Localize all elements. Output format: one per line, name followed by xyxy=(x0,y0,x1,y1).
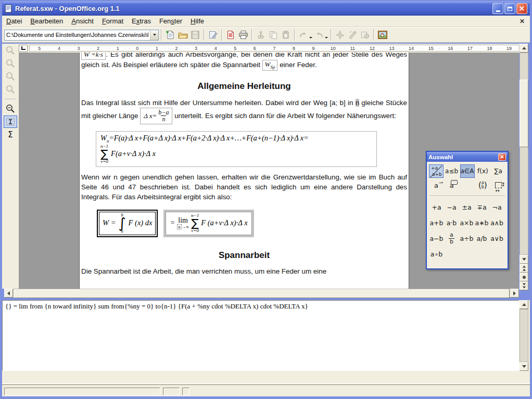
status-field-3 xyxy=(182,388,189,395)
navigator-button[interactable] xyxy=(334,29,346,41)
symbol-1-0[interactable]: a+b xyxy=(429,215,444,230)
menu-item-bearbeiten[interactable]: Bearbeiten xyxy=(26,16,67,27)
symbol-0-3[interactable]: ∓a xyxy=(474,199,489,215)
auswahl-close-button[interactable]: ✕ xyxy=(498,153,506,161)
navigation-dot-button[interactable] xyxy=(520,273,528,281)
zoom-in-button[interactable] xyxy=(4,44,17,57)
category-attributes[interactable]: ⇀a xyxy=(429,178,444,192)
symbol-0-0[interactable]: +a xyxy=(429,199,444,215)
toolbar-separator xyxy=(294,29,295,41)
export-pdf-button[interactable] xyxy=(224,29,237,41)
symbol-2-4[interactable]: a∨b xyxy=(489,230,504,246)
category-formats[interactable]: ↕↔ xyxy=(491,178,505,192)
panel-divider[interactable] xyxy=(2,381,530,387)
symbol-1-3[interactable]: a∗b xyxy=(474,215,489,230)
formula-object-delta-x[interactable]: Δ x=b−an xyxy=(140,108,172,124)
title-bar[interactable]: Referat.sxw - OpenOffice.org 1.1 ✕ xyxy=(2,2,530,16)
undo-dropdown-icon[interactable] xyxy=(309,37,312,38)
scroll-left-button[interactable] xyxy=(4,289,13,298)
menu-item-fenster[interactable]: Fenster xyxy=(155,16,186,27)
zoom-out-button[interactable] xyxy=(4,57,17,70)
category-unary-binary-operators[interactable]: +aa+b xyxy=(429,164,444,178)
paste-button[interactable] xyxy=(280,29,292,41)
menu-item-format[interactable]: Format xyxy=(98,16,128,27)
category-set-operations[interactable]: a∈A xyxy=(460,164,475,178)
formula-object-integral[interactable]: W = b∫a F (x) dx xyxy=(97,210,158,237)
category-others[interactable]: a··· xyxy=(445,178,459,192)
category-brackets[interactable]: (ab) xyxy=(475,178,490,192)
formula-object-ks[interactable]: W =k·s xyxy=(81,53,106,60)
edit-file-button[interactable] xyxy=(207,29,219,41)
url-input[interactable] xyxy=(5,30,150,40)
formula-cursor-button[interactable] xyxy=(4,115,17,128)
open-button[interactable] xyxy=(176,29,189,41)
horizontal-scrollbar-track[interactable] xyxy=(13,289,510,298)
menu-item-extras[interactable]: Extras xyxy=(128,16,155,27)
new-document-button[interactable] xyxy=(164,29,176,41)
symbols-button[interactable]: Σ xyxy=(4,128,17,141)
toolbar-separator xyxy=(251,29,252,41)
symbol-fraction-a-over-b[interactable]: ab xyxy=(444,230,459,246)
previous-page-button[interactable] xyxy=(520,264,528,273)
symbol-3-0[interactable]: a∘b xyxy=(429,246,444,262)
symbol-0-2[interactable]: ±a xyxy=(459,199,474,215)
auswahl-title-bar[interactable]: Auswahl ✕ xyxy=(427,152,508,162)
symbol-2-3[interactable]: a/b xyxy=(474,230,489,246)
symbol-1-2[interactable]: a×b xyxy=(459,215,474,230)
category-relations[interactable]: a≤b xyxy=(445,164,459,178)
command-window[interactable]: {} = lim from {n toward infinity} sum fr… xyxy=(2,300,519,371)
command-scroll-up-button[interactable] xyxy=(520,300,528,309)
symbol-0-1[interactable]: −a xyxy=(444,199,459,215)
vertical-scrollbar-thumb[interactable] xyxy=(520,80,528,147)
maximize-button[interactable] xyxy=(504,3,515,14)
ruler-mark: ·15· xyxy=(421,45,441,51)
url-dropdown-button[interactable] xyxy=(150,30,158,40)
symbol-1-4[interactable]: a∧b xyxy=(489,215,504,230)
scroll-right-button[interactable] xyxy=(510,289,519,298)
zoom-button[interactable] xyxy=(4,102,17,115)
symbol-2-2[interactable]: a÷b xyxy=(459,230,474,246)
zoom-all-button[interactable] xyxy=(4,83,17,96)
undo-button[interactable] xyxy=(297,29,313,41)
minimize-button[interactable] xyxy=(492,3,503,14)
formula-command-input[interactable]: {} = lim from {n toward infinity} sum fr… xyxy=(5,302,516,311)
hyperlink-button[interactable] xyxy=(359,29,371,41)
ruler[interactable]: ·5··4··3··2··1··0··1··2··3··4··5··6··7··… xyxy=(19,44,520,53)
vertical-scrollbar[interactable] xyxy=(520,44,528,298)
zoom-100-button[interactable] xyxy=(4,70,17,83)
horizontal-scrollbar-thumb[interactable] xyxy=(14,289,510,298)
scroll-up-button[interactable] xyxy=(520,44,528,53)
next-page-button[interactable] xyxy=(520,281,528,290)
menu-item-ansicht[interactable]: Ansicht xyxy=(67,16,98,27)
ruler-scale[interactable]: ·5··4··3··2··1··0··1··2··3··4··5··6··7··… xyxy=(29,45,520,52)
scroll-down-button[interactable] xyxy=(520,255,528,264)
command-scrollbar-track[interactable] xyxy=(520,309,528,362)
print-button[interactable] xyxy=(237,29,249,41)
stylist-button[interactable] xyxy=(346,29,359,41)
menu-item-hilfe[interactable]: Hilfe xyxy=(186,16,208,27)
symbol-2-0[interactable]: a−b xyxy=(429,230,444,246)
formula-object-sum[interactable]: Wn=F(a)·Δ x+F(a+Δ x)·Δ x+F(a+2·Δ x)·Δ x+… xyxy=(96,131,377,167)
close-document-icon[interactable]: ✕ xyxy=(514,18,530,25)
category-functions[interactable]: f(x) xyxy=(476,164,490,178)
horizontal-scrollbar[interactable] xyxy=(4,289,519,298)
command-scroll-down-button[interactable] xyxy=(520,362,528,371)
menu-item-datei[interactable]: Datei xyxy=(2,16,26,27)
arrow-up-icon xyxy=(522,47,526,49)
symbol-1-1[interactable]: a·b xyxy=(444,215,459,230)
tab-selector-icon[interactable] xyxy=(19,45,28,52)
copy-button[interactable] xyxy=(267,29,280,41)
symbol-0-4[interactable]: ¬a xyxy=(489,199,504,215)
formula-object-wsp[interactable]: WSp xyxy=(262,60,278,71)
cut-button[interactable] xyxy=(255,29,267,41)
redo-button[interactable] xyxy=(313,29,328,41)
category-operators[interactable]: ∑a xyxy=(491,164,505,178)
command-vertical-scrollbar[interactable] xyxy=(520,300,528,371)
ruler-mark: ·9· xyxy=(303,45,323,51)
ruler-mark: ·8· xyxy=(284,45,304,51)
formula-object-limit-active[interactable]: = limn→∞ n−1∑ν=0 F (a+ν·Δ x)·Δ x xyxy=(163,210,254,237)
save-button[interactable] xyxy=(189,29,201,41)
redo-dropdown-icon[interactable] xyxy=(325,37,328,38)
gallery-button[interactable] xyxy=(376,29,389,41)
close-button[interactable]: ✕ xyxy=(516,3,527,14)
